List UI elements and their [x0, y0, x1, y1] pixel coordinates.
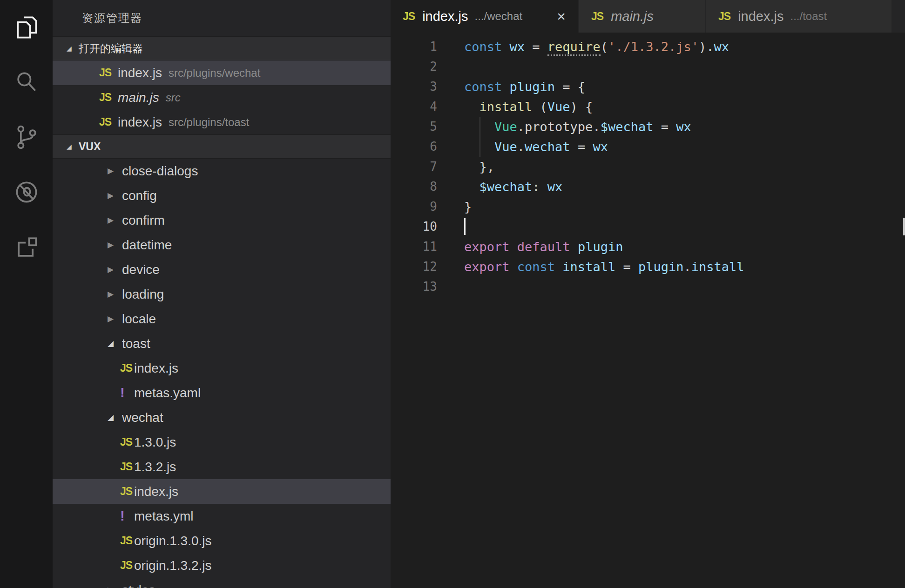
open-editor-item-index.js[interactable]: JSindex.jssrc/plugins/wechat — [53, 60, 391, 85]
tree-item-label: origin.1.3.2.js — [134, 558, 212, 573]
open-editor-item-main.js[interactable]: JSmain.jssrc — [53, 85, 391, 110]
tree-item-config[interactable]: ▶config — [53, 183, 391, 208]
line-number[interactable]: 4 — [391, 97, 437, 117]
debug-icon[interactable] — [0, 165, 53, 220]
section-header-vux[interactable]: ◢ VUX — [53, 134, 391, 159]
js-file-icon: JS — [120, 362, 134, 374]
js-file-icon: JS — [120, 436, 134, 448]
tree-item-styles[interactable]: ▶styles — [53, 578, 391, 588]
extensions-icon[interactable] — [0, 220, 53, 274]
line-number[interactable]: 2 — [391, 57, 437, 77]
tree-item-locale[interactable]: ▶locale — [53, 307, 391, 331]
tree-item-label: loading — [122, 287, 164, 302]
line-number[interactable]: 5 — [391, 117, 437, 137]
tree-item-device[interactable]: ▶device — [53, 257, 391, 282]
tree-item-metas.yaml[interactable]: !metas.yaml — [53, 381, 391, 405]
chevron-collapsed-icon[interactable]: ▶ — [108, 265, 122, 274]
chevron-collapsed-icon[interactable]: ▶ — [108, 314, 122, 324]
tree-item-label: 1.3.2.js — [134, 460, 176, 474]
code-token: wx — [714, 40, 729, 54]
chevron-collapsed-icon[interactable]: ▶ — [108, 166, 122, 176]
line-number[interactable]: 3 — [391, 77, 437, 97]
code-token: plugin — [510, 80, 555, 94]
chevron-collapsed-icon[interactable]: ▶ — [108, 585, 122, 588]
open-editors-header[interactable]: ◢ 打开的编辑器 — [53, 36, 391, 60]
code-line-6[interactable]: 6 Vue.wechat = wx — [391, 137, 905, 157]
js-file-icon: JS — [120, 535, 134, 547]
code-line-10[interactable]: 10 — [391, 217, 905, 237]
tree-item-label: close-dialogs — [122, 164, 198, 179]
tree-item-1.3.0.js[interactable]: JS1.3.0.js — [53, 430, 391, 454]
line-number[interactable]: 6 — [391, 137, 437, 157]
code-line-1[interactable]: 1const wx = require('./1.3.2.js').wx — [391, 37, 905, 57]
line-number[interactable]: 9 — [391, 197, 437, 217]
line-number[interactable]: 12 — [391, 257, 437, 277]
tree-item-confirm[interactable]: ▶confirm — [53, 208, 391, 233]
code-editor[interactable]: 1const wx = require('./1.3.2.js').wx23co… — [391, 33, 905, 588]
code-line-content: export const install = plugin.install — [437, 257, 905, 277]
code-token: export — [464, 260, 510, 274]
tree-item-close-dialogs[interactable]: ▶close-dialogs — [53, 159, 391, 183]
code-token: ). — [699, 40, 714, 54]
open-editor-item-index.js[interactable]: JSindex.jssrc/plugins/toast — [53, 110, 391, 134]
code-line-9[interactable]: 9} — [391, 197, 905, 217]
tree-item-label: metas.yml — [134, 509, 194, 524]
code-line-11[interactable]: 11export default plugin — [391, 237, 905, 257]
code-token: const — [517, 260, 555, 274]
tree-item-origin.1.3.0.js[interactable]: JSorigin.1.3.0.js — [53, 528, 391, 553]
code-line-3[interactable]: 3const plugin = { — [391, 77, 905, 97]
tab-main.js[interactable]: JSmain.js — [579, 0, 705, 33]
code-token: = — [570, 140, 593, 154]
search-icon[interactable] — [0, 55, 53, 110]
code-line-5[interactable]: 5 Vue.prototype.$wechat = wx — [391, 117, 905, 137]
code-token: = — [653, 120, 676, 134]
chevron-expanded-icon[interactable]: ◢ — [108, 413, 122, 422]
line-number[interactable]: 11 — [391, 237, 437, 257]
open-editor-label: main.js — [118, 90, 159, 105]
close-icon[interactable]: × — [557, 9, 566, 24]
tree-item-origin.1.3.2.js[interactable]: JSorigin.1.3.2.js — [53, 553, 391, 578]
tree-item-toast[interactable]: ◢toast — [53, 331, 391, 356]
line-number[interactable]: 8 — [391, 177, 437, 197]
tree-item-datetime[interactable]: ▶datetime — [53, 233, 391, 257]
yaml-file-icon: ! — [120, 508, 134, 524]
chevron-expanded-icon[interactable]: ◢ — [108, 339, 122, 348]
chevron-collapsed-icon[interactable]: ▶ — [108, 215, 122, 225]
code-token: const — [464, 80, 502, 94]
code-line-content: const plugin = { — [437, 77, 905, 97]
code-line-4[interactable]: 4 install (Vue) { — [391, 97, 905, 117]
line-number[interactable]: 10 — [391, 217, 437, 237]
tree-item-wechat[interactable]: ◢wechat — [53, 405, 391, 430]
chevron-collapsed-icon[interactable]: ▶ — [108, 191, 122, 200]
open-editor-path: src/plugins/wechat — [169, 67, 260, 80]
code-token: install — [691, 260, 744, 274]
tab-bar: JSindex.js.../wechat×JSmain.jsJSindex.js… — [391, 0, 905, 33]
line-number[interactable]: 1 — [391, 37, 437, 57]
chevron-collapsed-icon[interactable]: ▶ — [108, 289, 122, 299]
tab-index.js[interactable]: JSindex.js.../wechat× — [391, 0, 578, 33]
sidebar-explorer: 资源管理器 ◢ 打开的编辑器 JSindex.jssrc/plugins/wec… — [53, 0, 391, 588]
code-line-content: export default plugin — [437, 237, 905, 257]
code-line-12[interactable]: 12export const install = plugin.install — [391, 257, 905, 277]
code-line-13[interactable]: 13 — [391, 277, 905, 297]
line-number[interactable]: 13 — [391, 277, 437, 297]
code-line-8[interactable]: 8 $wechat: wx — [391, 177, 905, 197]
tree-item-1.3.2.js[interactable]: JS1.3.2.js — [53, 454, 391, 479]
tree-item-metas.yml[interactable]: !metas.yml — [53, 504, 391, 528]
code-line-content: Vue.prototype.$wechat = wx — [437, 117, 905, 137]
code-line-7[interactable]: 7 }, — [391, 157, 905, 177]
tab-index.js[interactable]: JSindex.js.../toast — [706, 0, 891, 33]
code-line-2[interactable]: 2 — [391, 57, 905, 77]
source-control-icon[interactable] — [0, 110, 53, 165]
js-file-icon: JS — [120, 461, 134, 473]
code-token: './1.3.2.js' — [608, 40, 699, 54]
files-icon[interactable] — [0, 0, 53, 55]
tree-item-loading[interactable]: ▶loading — [53, 282, 391, 307]
tree-item-index.js[interactable]: JSindex.js — [53, 479, 391, 504]
code-token: require — [547, 40, 601, 56]
tree-item-index.js[interactable]: JSindex.js — [53, 356, 391, 381]
chevron-collapsed-icon[interactable]: ▶ — [108, 240, 122, 250]
code-token: plugin — [638, 260, 684, 274]
tab-label: main.js — [611, 9, 654, 24]
line-number[interactable]: 7 — [391, 157, 437, 177]
